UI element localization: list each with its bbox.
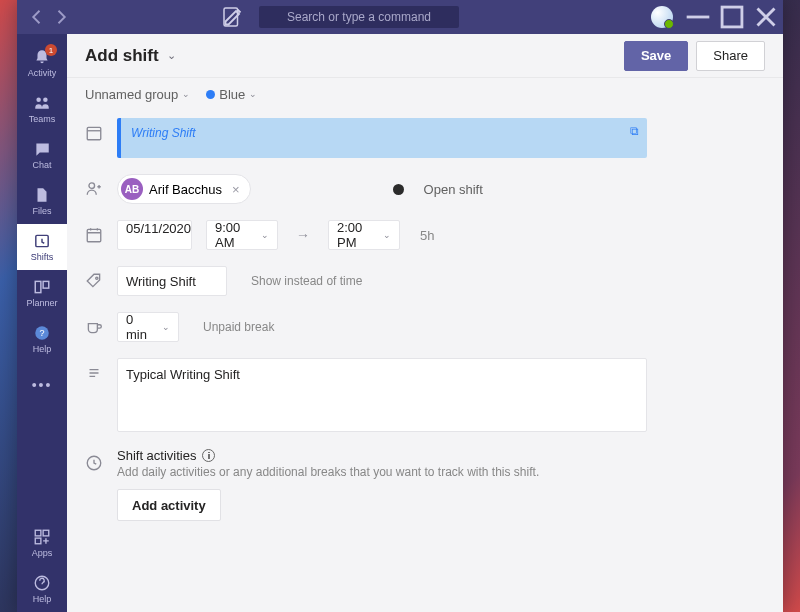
sidebar-item-label: Activity xyxy=(28,68,57,78)
more-icon: ••• xyxy=(33,376,51,394)
person-pill[interactable]: AB Arif Bacchus × xyxy=(117,174,251,204)
copy-icon[interactable]: ⧉ xyxy=(630,124,639,138)
svg-rect-13 xyxy=(87,127,101,139)
notes-textarea[interactable] xyxy=(117,358,647,432)
sidebar-item-files[interactable]: Files xyxy=(17,178,67,224)
bell-icon xyxy=(33,48,51,66)
page-title: Add shift xyxy=(85,46,159,66)
arrow-right-icon: → xyxy=(292,227,314,243)
sidebar-item-label: Planner xyxy=(26,298,57,308)
forward-button[interactable] xyxy=(51,7,71,27)
cup-icon xyxy=(85,318,103,336)
chevron-down-icon: ⌄ xyxy=(261,230,269,240)
color-swatch xyxy=(206,90,215,99)
svg-point-14 xyxy=(89,183,95,189)
sidebar-item-label: Help xyxy=(33,344,52,354)
chevron-down-icon: ⌄ xyxy=(249,89,257,99)
sidebar-item-label: Files xyxy=(32,206,51,216)
chevron-down-icon[interactable]: ⌄ xyxy=(167,49,176,62)
apps-icon xyxy=(33,528,51,546)
sidebar-item-shifts[interactable]: Shifts xyxy=(17,224,67,270)
shifts-icon xyxy=(33,232,51,250)
titlebar: Search or type a command xyxy=(17,0,783,34)
sidebar-item-help-bottom[interactable]: Help xyxy=(17,566,67,612)
break-select[interactable]: 0 min⌄ xyxy=(117,312,179,342)
chevron-down-icon: ⌄ xyxy=(383,230,391,240)
person-name: Arif Bacchus xyxy=(149,182,222,197)
compose-icon[interactable] xyxy=(221,5,245,29)
date-input[interactable]: 05/11/2020 xyxy=(117,220,192,250)
sidebar-more[interactable]: ••• xyxy=(17,362,67,408)
open-shift-label: Open shift xyxy=(424,182,483,197)
sidebar-item-label: Help xyxy=(33,594,52,604)
svg-rect-11 xyxy=(35,538,41,544)
chevron-down-icon: ⌄ xyxy=(182,89,190,99)
planner-icon xyxy=(33,278,51,296)
color-dropdown[interactable]: Blue ⌄ xyxy=(206,87,257,102)
svg-point-2 xyxy=(36,97,41,102)
notes-icon xyxy=(85,364,103,382)
end-time-select[interactable]: 2:00 PM⌄ xyxy=(328,220,400,250)
person-avatar: AB xyxy=(121,178,143,200)
group-label: Unnamed group xyxy=(85,87,178,102)
activities-subtitle: Add daily activities or any additional b… xyxy=(117,465,539,479)
label-input[interactable] xyxy=(117,266,227,296)
sidebar-item-help[interactable]: ? Help xyxy=(17,316,67,362)
person-icon xyxy=(85,180,103,198)
sidebar-item-activity[interactable]: Activity xyxy=(17,40,67,86)
svg-point-3 xyxy=(43,97,48,102)
calendar-card-icon xyxy=(85,124,103,142)
add-activity-button[interactable]: Add activity xyxy=(117,489,221,521)
calendar-icon xyxy=(85,226,103,244)
sidebar-item-label: Shifts xyxy=(31,252,54,262)
group-dropdown[interactable]: Unnamed group ⌄ xyxy=(85,87,190,102)
svg-rect-10 xyxy=(43,530,49,536)
duration-label: 5h xyxy=(420,228,434,243)
svg-rect-15 xyxy=(87,229,101,241)
minimize-button[interactable] xyxy=(681,0,715,34)
help-icon: ? xyxy=(33,324,51,342)
chevron-down-icon: ⌄ xyxy=(162,322,170,332)
tag-icon xyxy=(85,272,103,290)
start-time-select[interactable]: 9:00 AM⌄ xyxy=(206,220,278,250)
files-icon xyxy=(33,186,51,204)
sidebar-item-planner[interactable]: Planner xyxy=(17,270,67,316)
info-icon[interactable]: i xyxy=(202,449,215,462)
svg-rect-1 xyxy=(722,7,742,27)
header: Add shift ⌄ Save Share xyxy=(67,34,783,78)
sidebar-item-label: Chat xyxy=(32,160,51,170)
remove-person-button[interactable]: × xyxy=(228,182,244,197)
share-button[interactable]: Share xyxy=(696,41,765,71)
sidebar-item-teams[interactable]: Teams xyxy=(17,86,67,132)
shift-card[interactable]: Writing Shift ⧉ xyxy=(117,118,647,158)
color-label: Blue xyxy=(219,87,245,102)
svg-text:?: ? xyxy=(39,328,44,338)
sidebar-item-label: Teams xyxy=(29,114,56,124)
maximize-button[interactable] xyxy=(715,0,749,34)
avatar[interactable] xyxy=(651,6,673,28)
sidebar-item-chat[interactable]: Chat xyxy=(17,132,67,178)
sidebar: Activity Teams Chat Files Shifts Planner xyxy=(17,34,67,612)
label-hint: Show instead of time xyxy=(251,274,362,288)
people-icon xyxy=(33,94,51,112)
sidebar-item-apps[interactable]: Apps xyxy=(17,520,67,566)
chat-icon xyxy=(33,140,51,158)
save-button[interactable]: Save xyxy=(624,41,688,71)
open-shift-radio[interactable] xyxy=(393,184,404,195)
close-button[interactable] xyxy=(749,0,783,34)
activities-title: Shift activities i xyxy=(117,448,539,463)
card-title: Writing Shift xyxy=(131,126,637,140)
help-circle-icon xyxy=(33,574,51,592)
clock-icon xyxy=(85,454,103,472)
svg-point-16 xyxy=(96,277,98,279)
break-hint: Unpaid break xyxy=(203,320,274,334)
subheader: Unnamed group ⌄ Blue ⌄ xyxy=(67,78,783,110)
back-button[interactable] xyxy=(27,7,47,27)
search-input[interactable]: Search or type a command xyxy=(259,6,459,28)
sidebar-item-label: Apps xyxy=(32,548,53,558)
form: Writing Shift ⧉ AB Arif Bacchus × Open s… xyxy=(67,110,783,612)
svg-rect-6 xyxy=(43,281,49,288)
svg-rect-5 xyxy=(35,281,41,292)
svg-rect-9 xyxy=(35,530,41,536)
